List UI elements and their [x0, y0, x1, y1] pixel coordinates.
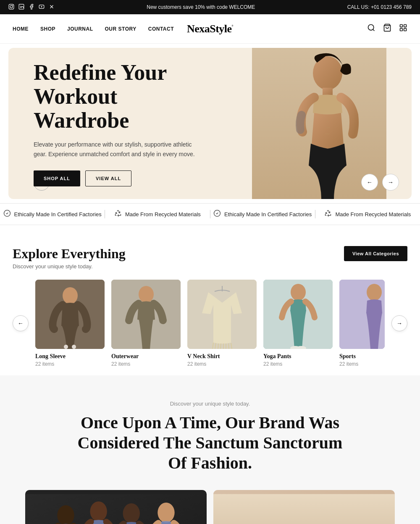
svg-point-48 — [123, 503, 140, 524]
collection-card-0[interactable]: STREET FASHION STYLE — [25, 490, 207, 524]
collection-image-1 — [213, 490, 395, 524]
svg-rect-0 — [9, 4, 14, 9]
ticker-text-2: Ethically Made In Certified Factories — [224, 211, 312, 217]
product-image-1 — [111, 280, 181, 349]
ticker-item-1: Made From Recycled Materials — [105, 210, 210, 219]
ticker-item-3: Made From Recycled Materials — [315, 210, 420, 219]
brand-story-section: Discover your unique style today. Once U… — [0, 375, 420, 524]
certified-icon-0 — [3, 210, 11, 219]
ticker-text-1: Made From Recycled Materials — [125, 211, 201, 217]
instagram-icon[interactable] — [8, 4, 14, 11]
product-name-4: Sports — [339, 353, 385, 360]
svg-rect-11 — [400, 25, 403, 27]
svg-rect-12 — [404, 25, 407, 27]
svg-rect-25 — [64, 345, 68, 349]
product-count-0: 22 items — [35, 361, 105, 367]
product-name-2: V Neck Shirt — [187, 353, 257, 360]
product-count-3: 22 items — [263, 361, 333, 367]
product-card-0[interactable]: Long Sleeve 22 items — [35, 280, 105, 367]
hero-content: Redefine Your Workout Wardrobe Elevate y… — [8, 48, 227, 199]
view-all-button[interactable]: VIEW ALL — [85, 170, 131, 186]
svg-rect-45 — [25, 494, 207, 524]
brand-story-subtitle: Discover your unique style today. — [13, 401, 407, 407]
social-icons — [8, 4, 55, 11]
svg-point-40 — [291, 284, 306, 301]
svg-rect-50 — [213, 494, 395, 524]
facebook-icon[interactable] — [29, 4, 34, 11]
svg-point-24 — [63, 287, 78, 304]
product-image-3 — [263, 280, 333, 349]
product-name-1: Outerwear — [111, 353, 181, 360]
product-count-4: 22 items — [339, 361, 385, 367]
ticker-text-0: Ethically Made In Certified Factories — [14, 211, 102, 217]
nav-actions — [367, 24, 407, 34]
nav-home[interactable]: HOME — [13, 26, 29, 32]
certified-icon-1 — [213, 210, 221, 219]
collection-image-0 — [25, 490, 207, 524]
main-nav: HOME SHOP JOURNAL OUR STORY CONTACT Nexa… — [0, 14, 420, 44]
hero-buttons: SHOP ALL VIEW ALL — [34, 170, 202, 186]
nav-our-story[interactable]: OUR STORY — [105, 26, 136, 32]
ticker-item-0: Ethically Made In Certified Factories — [0, 210, 105, 219]
linkedin-icon[interactable] — [18, 4, 24, 11]
svg-marker-7 — [41, 6, 43, 8]
products-scroll: Long Sleeve 22 items Outerwear 22 it — [35, 280, 385, 367]
svg-rect-26 — [72, 345, 76, 349]
product-count-2: 22 items — [187, 361, 257, 367]
explore-title: Explore Everything — [13, 246, 126, 262]
nav-shop[interactable]: SHOP — [40, 26, 55, 32]
explore-header: Explore Everything Discover your unique … — [13, 246, 407, 270]
product-image-0 — [35, 280, 105, 349]
product-count-1: 22 items — [111, 361, 181, 367]
products-prev-arrow[interactable]: ← — [13, 315, 29, 331]
explore-subtitle: Discover your unique style today. — [13, 263, 126, 270]
promo-text: New customers save 10% with code WELCOME — [55, 4, 347, 10]
collection-card-1[interactable]: DENIM COLLECTION — [213, 490, 395, 524]
ticker-item-2: Ethically Made In Certified Factories — [210, 210, 315, 219]
products-next-arrow[interactable]: → — [391, 315, 407, 331]
svg-point-47 — [90, 501, 107, 521]
ticker-bar: Ethically Made In Certified Factories Ma… — [0, 203, 420, 225]
menu-grid-icon[interactable] — [399, 24, 407, 34]
collections-row: STREET FASHION STYLE — [13, 490, 407, 524]
products-row: ← Long Sleeve — [13, 280, 407, 367]
phone-text: CALL US: +01 0123 456 789 — [347, 4, 412, 10]
svg-point-28 — [139, 286, 154, 303]
product-image-4 — [339, 280, 385, 349]
svg-point-8 — [368, 25, 374, 30]
product-card-4[interactable]: Sports 22 items — [339, 280, 385, 367]
x-icon[interactable] — [49, 4, 55, 11]
brand-story-title: Once Upon A Time, Our Brand Was Consider… — [67, 413, 353, 473]
hero-section: Redefine Your Workout Wardrobe Elevate y… — [8, 48, 412, 199]
nav-journal[interactable]: JOURNAL — [67, 26, 93, 32]
svg-point-44 — [367, 284, 382, 301]
search-icon[interactable] — [367, 24, 375, 34]
product-card-1[interactable]: Outerwear 22 items — [111, 280, 181, 367]
product-image-2 — [187, 280, 257, 349]
product-card-3[interactable]: Yoga Pants 22 items — [263, 280, 333, 367]
svg-point-49 — [158, 503, 174, 523]
youtube-icon[interactable] — [39, 4, 45, 11]
view-all-categories-button[interactable]: View All Categories — [344, 246, 407, 261]
product-name-3: Yoga Pants — [263, 353, 333, 360]
svg-line-37 — [228, 343, 229, 349]
site-logo[interactable]: NexaStyle° — [187, 23, 233, 35]
recycled-icon-1 — [324, 210, 332, 219]
svg-line-9 — [373, 29, 375, 31]
svg-line-34 — [220, 343, 221, 349]
shop-all-button[interactable]: SHOP ALL — [34, 170, 80, 186]
top-bar: New customers save 10% with code WELCOME… — [0, 0, 420, 14]
nav-contact[interactable]: CONTACT — [148, 26, 174, 32]
svg-point-1 — [10, 5, 13, 8]
hero-nav-buttons: ← → — [361, 174, 399, 191]
svg-line-33 — [218, 343, 218, 349]
svg-rect-14 — [404, 29, 407, 31]
svg-point-2 — [12, 5, 13, 5]
hero-title: Redefine Your Workout Wardrobe — [34, 60, 202, 133]
product-name-0: Long Sleeve — [35, 353, 105, 360]
hero-next-button[interactable]: → — [382, 174, 399, 191]
hero-prev-button[interactable]: ← — [361, 174, 378, 191]
product-card-2[interactable]: V Neck Shirt 22 items — [187, 280, 257, 367]
ticker-text-3: Made From Recycled Materials — [335, 211, 411, 217]
cart-icon[interactable] — [383, 24, 391, 34]
